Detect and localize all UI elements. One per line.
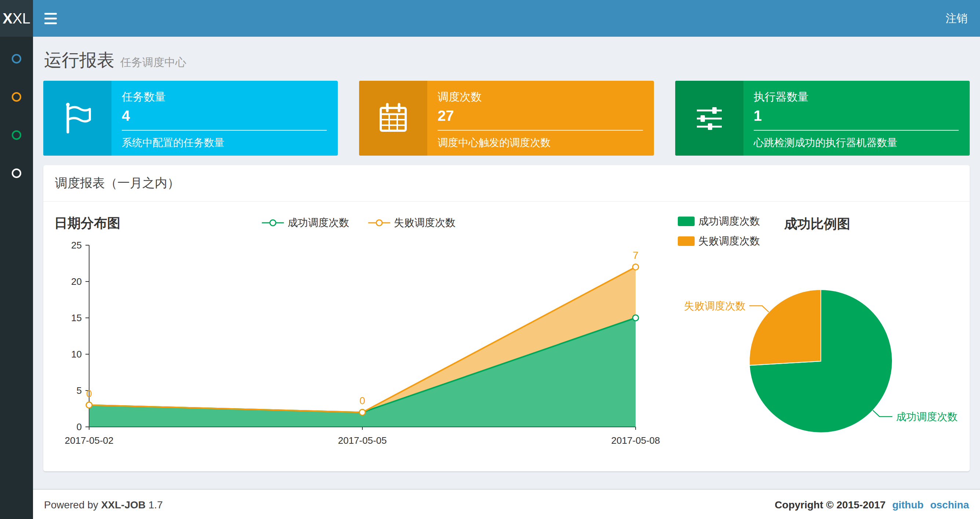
schedule-report-panel: 调度报表（一月之内） 日期分布图 成功调度次数 <box>43 165 970 471</box>
svg-text:0: 0 <box>360 395 365 406</box>
line-marker-icon <box>262 219 284 227</box>
info-box-label: 执行器数量 <box>754 89 959 105</box>
svg-text:15: 15 <box>71 312 82 323</box>
sidebar-item-1[interactable] <box>0 40 33 78</box>
github-link[interactable]: github <box>892 499 924 511</box>
legend-swatch <box>678 236 695 246</box>
divider <box>754 130 959 131</box>
sidebar-toggle-button[interactable] <box>33 0 68 37</box>
flag-icon <box>60 101 95 136</box>
sidebar-item-4[interactable] <box>0 154 33 192</box>
svg-text:20: 20 <box>71 276 82 287</box>
calendar-icon <box>375 101 411 136</box>
info-box-description: 调度中心触发的调度次数 <box>438 136 643 150</box>
legend-item-fail[interactable]: 失败调度次数 <box>678 234 760 248</box>
svg-text:0: 0 <box>86 388 92 399</box>
circle-icon <box>12 92 21 102</box>
line-marker-icon <box>368 219 390 227</box>
svg-text:7: 7 <box>633 249 638 261</box>
app-logo-text: XL <box>13 10 30 27</box>
divider <box>438 130 643 131</box>
legend-item-fail[interactable]: 失败调度次数 <box>368 216 455 230</box>
legend-item-success[interactable]: 成功调度次数 <box>678 214 760 228</box>
page-subtitle: 任务调度中心 <box>120 56 186 68</box>
info-box-description: 心跳检测成功的执行器机器数量 <box>754 136 959 150</box>
success-ratio-pie-chart[interactable]: 成功调度次数失败调度次数 <box>674 251 967 457</box>
date-distribution-chart[interactable]: 05101520252017-05-022017-05-052017-05-08… <box>54 236 663 456</box>
pie-chart-legend: 成功调度次数 失败调度次数 <box>678 214 760 254</box>
info-box-row: 任务数量 4 系统中配置的任务数量 调度次数 <box>43 81 970 156</box>
sidebar-item-3[interactable] <box>0 116 33 154</box>
circle-icon <box>12 54 21 64</box>
svg-text:2017-05-05: 2017-05-05 <box>338 435 387 446</box>
sidebar-item-2[interactable] <box>0 78 33 116</box>
info-box-job-count: 任务数量 4 系统中配置的任务数量 <box>43 81 338 156</box>
divider <box>122 130 327 131</box>
app-logo[interactable]: XXL <box>0 0 33 37</box>
svg-text:5: 5 <box>76 385 82 396</box>
pie-chart-title: 成功比例图 <box>784 215 850 233</box>
version: 1.7 <box>148 499 163 511</box>
success-ratio-chart-block: 成功调度次数 失败调度次数 成功比例图 成功调度次数失败调度次数 <box>663 214 967 457</box>
circle-icon <box>12 168 21 178</box>
info-box-label: 调度次数 <box>438 89 643 105</box>
top-navbar: XXL 注销 <box>0 0 980 37</box>
page-header: 运行报表任务调度中心 <box>44 48 970 72</box>
info-box-trigger-count: 调度次数 27 调度中心触发的调度次数 <box>359 81 654 156</box>
date-distribution-chart-block: 日期分布图 成功调度次数 失败调度次数 <box>54 214 663 457</box>
page-title: 运行报表 <box>44 50 115 70</box>
circle-icon <box>12 130 21 140</box>
svg-text:10: 10 <box>71 349 82 360</box>
svg-text:成功调度次数: 成功调度次数 <box>896 411 958 422</box>
sliders-icon <box>692 101 727 136</box>
info-box-description: 系统中配置的任务数量 <box>122 136 327 150</box>
line-chart-legend: 成功调度次数 失败调度次数 <box>262 216 455 230</box>
sidebar <box>0 37 33 519</box>
copyright-text: Copyright © 2015-2017 <box>775 499 885 511</box>
svg-text:失败调度次数: 失败调度次数 <box>684 300 746 311</box>
hamburger-icon <box>45 13 57 15</box>
svg-text:25: 25 <box>71 240 82 251</box>
info-box-value: 4 <box>122 107 327 124</box>
info-box-label: 任务数量 <box>122 89 327 105</box>
info-box-value: 1 <box>754 107 959 124</box>
content-area: 运行报表任务调度中心 任务数量 4 系统中配置的任务数量 <box>33 37 980 489</box>
app-logo-text-bold: X <box>3 10 13 27</box>
oschina-link[interactable]: oschina <box>930 499 969 511</box>
footer: Powered by XXL-JOB 1.7 Copyright © 2015-… <box>33 489 980 519</box>
powered-by: Powered by XXL-JOB 1.7 <box>44 499 163 511</box>
svg-text:2017-05-08: 2017-05-08 <box>611 435 660 446</box>
brand-name: XXL-JOB <box>101 499 146 511</box>
panel-title: 调度报表（一月之内） <box>43 165 970 202</box>
info-box-value: 27 <box>438 107 643 124</box>
logout-link[interactable]: 注销 <box>933 0 980 37</box>
legend-swatch <box>678 217 695 226</box>
svg-text:2017-05-02: 2017-05-02 <box>65 435 114 446</box>
svg-text:0: 0 <box>76 422 82 433</box>
legend-item-success[interactable]: 成功调度次数 <box>262 216 349 230</box>
info-box-executor-count: 执行器数量 1 心跳检测成功的执行器机器数量 <box>675 81 970 156</box>
